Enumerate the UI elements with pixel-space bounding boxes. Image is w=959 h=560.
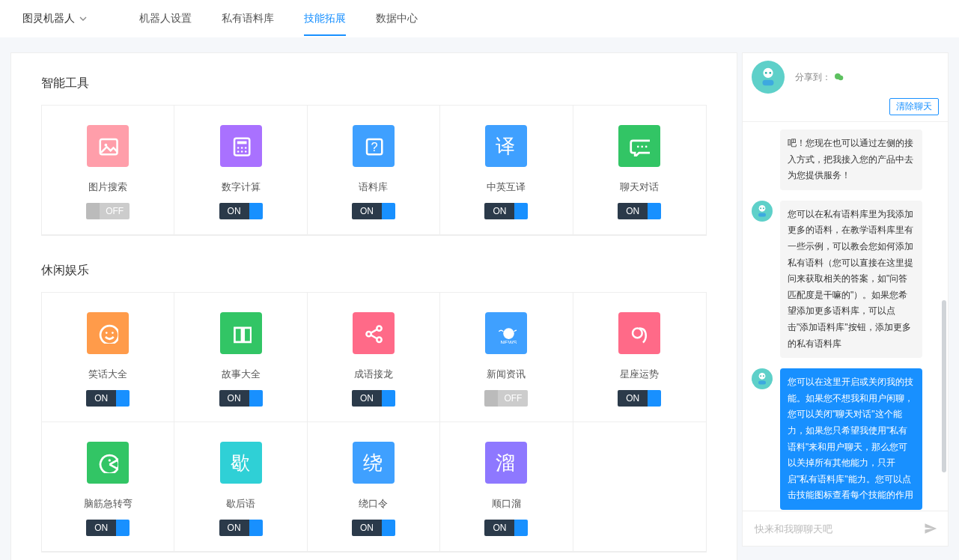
tongue2-icon: 溜: [485, 442, 527, 484]
chat-message: 吧！您现在也可以通过左侧的接入方式，把我接入您的产品中去为您提供服务！: [752, 130, 939, 190]
skill-card-news[interactable]: NEWS新闻资讯ONOFF: [440, 293, 573, 422]
svg-point-25: [109, 459, 111, 461]
clear-chat-button[interactable]: 清除聊天: [889, 98, 939, 115]
svg-point-39: [759, 373, 766, 380]
svg-point-40: [760, 375, 761, 377]
skill-toggle-tongue1[interactable]: ONOFF: [352, 520, 395, 536]
chat-bubble: 您可以在这里开启或关闭我的技能。如果您不想我和用户闲聊，您可以关闭"聊天对话"这…: [780, 368, 922, 510]
skill-toggle-translate[interactable]: ONOFF: [484, 203, 528, 219]
skill-card-xiehouyu[interactable]: 歇歇后语ONOFF: [174, 422, 307, 552]
chat-input[interactable]: [753, 523, 924, 535]
nav-item-机器人设置[interactable]: 机器人设置: [139, 1, 192, 36]
chat-scrollbar[interactable]: [942, 300, 946, 472]
idiom-icon: [353, 312, 395, 354]
svg-point-4: [237, 147, 239, 149]
skill-card-horoscope[interactable]: 星座运势ONOFF: [573, 293, 706, 422]
svg-rect-32: [763, 80, 774, 86]
skill-card-idiom[interactable]: 成语接龙ONOFF: [308, 293, 440, 422]
bot-avatar: [752, 61, 785, 94]
wechat-icon[interactable]: [834, 72, 844, 82]
top-bar: 图灵机器人 机器人设置私有语料库技能拓展数据中心: [0, 0, 959, 37]
grid-tools: 图片搜索ONOFF数字计算ONOFF?语料库ONOFF译中英互译ONOFF聊天对…: [41, 105, 707, 236]
svg-point-18: [112, 332, 114, 334]
nav-item-技能拓展[interactable]: 技能拓展: [304, 1, 346, 36]
news-icon: NEWS: [485, 312, 527, 354]
nav-item-数据中心[interactable]: 数据中心: [376, 1, 418, 36]
skill-toggle-image-search[interactable]: ONOFF: [86, 203, 130, 219]
skill-toggle-number-calc[interactable]: ONOFF: [219, 203, 263, 219]
svg-text:绕: 绕: [363, 452, 383, 473]
skill-card-translate[interactable]: 译中英互译ONOFF: [440, 106, 573, 235]
number-calc-icon: [220, 125, 262, 167]
image-search-icon: [87, 125, 129, 167]
svg-point-36: [760, 207, 761, 209]
skill-label: 聊天对话: [620, 180, 659, 194]
bot-mini-avatar: [752, 201, 773, 222]
chat-message: 您可以在私有语料库里为我添加更多的语料，在教学语料库里有一些示例，可以教会您如何…: [752, 201, 939, 358]
skill-label: 数字计算: [222, 180, 261, 194]
nav-item-私有语料库[interactable]: 私有语料库: [222, 1, 274, 36]
skill-card-stories[interactable]: 故事大全ONOFF: [174, 293, 307, 422]
jokes-icon: [87, 312, 129, 354]
tongue1-icon: 绕: [353, 442, 395, 484]
brand-switcher[interactable]: 图灵机器人: [22, 12, 87, 25]
chat-messages: 吧！您现在也可以通过左侧的接入方式，把我接入您的产品中去为您提供服务！您可以在私…: [743, 122, 948, 511]
svg-rect-3: [237, 141, 246, 144]
svg-point-14: [642, 146, 644, 148]
svg-point-34: [838, 76, 844, 81]
svg-point-24: [633, 329, 642, 338]
section-title-tools: 智能工具: [41, 76, 707, 91]
brain-icon: [87, 442, 129, 484]
skill-label: 新闻资讯: [487, 368, 526, 381]
skill-card-brain[interactable]: 脑筋急转弯ONOFF: [42, 422, 174, 552]
brand-label: 图灵机器人: [22, 12, 75, 25]
svg-point-17: [106, 332, 108, 334]
svg-point-8: [240, 150, 243, 153]
corpus-icon: ?: [353, 125, 395, 167]
svg-point-22: [504, 328, 515, 339]
skill-toggle-tongue2[interactable]: ONOFF: [484, 520, 528, 536]
svg-point-5: [240, 147, 243, 149]
skill-label: 绕口令: [359, 497, 388, 511]
skill-toggle-stories[interactable]: ONOFF: [219, 390, 263, 407]
skill-toggle-horoscope[interactable]: ONOFF: [618, 390, 661, 407]
skill-label: 语料库: [359, 180, 388, 194]
skill-toggle-xiehouyu[interactable]: ONOFF: [219, 520, 263, 536]
skill-label: 星座运势: [620, 368, 659, 381]
skill-toggle-idiom[interactable]: ONOFF: [352, 390, 395, 407]
chat-header: 分享到： 清除聊天: [743, 53, 948, 122]
skill-card-jokes[interactable]: 笑话大全ONOFF: [42, 293, 174, 422]
chevron-down-icon: [79, 15, 87, 22]
svg-point-37: [763, 207, 764, 209]
skill-card-tongue2[interactable]: 溜顺口溜ONOFF: [440, 422, 573, 552]
skill-toggle-news[interactable]: ONOFF: [484, 390, 528, 407]
send-icon[interactable]: [924, 522, 937, 535]
skill-toggle-chat[interactable]: ONOFF: [618, 203, 661, 219]
share-to: 分享到：: [795, 71, 844, 84]
svg-point-7: [237, 150, 239, 153]
main-nav: 机器人设置私有语料库技能拓展数据中心: [139, 1, 448, 36]
svg-point-9: [245, 150, 247, 153]
svg-point-13: [637, 146, 639, 148]
skill-card-chat[interactable]: 聊天对话ONOFF: [573, 106, 706, 235]
skill-label: 中英互译: [487, 180, 526, 194]
horoscope-icon: [618, 312, 660, 354]
svg-point-41: [763, 375, 764, 377]
translate-icon: 译: [485, 125, 527, 167]
share-label: 分享到：: [795, 71, 831, 84]
chat-icon: [618, 125, 660, 167]
skill-toggle-corpus[interactable]: ONOFF: [352, 203, 395, 219]
svg-text:歇: 歇: [231, 452, 250, 473]
svg-text:译: 译: [496, 136, 515, 156]
svg-point-30: [765, 72, 767, 74]
skill-card-corpus[interactable]: ?语料库ONOFF: [308, 106, 440, 235]
skill-label: 图片搜索: [88, 180, 127, 194]
chat-panel: 分享到： 清除聊天 吧！您现在也可以通过左侧的接入方式，把我接入您的产品中去为您…: [742, 52, 949, 547]
skill-toggle-brain[interactable]: ONOFF: [86, 520, 130, 536]
skill-toggle-jokes[interactable]: ONOFF: [86, 390, 130, 407]
skill-card-tongue1[interactable]: 绕绕口令ONOFF: [308, 422, 440, 552]
xiehouyu-icon: 歇: [220, 442, 262, 484]
skill-card-number-calc[interactable]: 数字计算ONOFF: [174, 106, 307, 235]
chat-input-bar: [743, 511, 948, 546]
skill-card-image-search[interactable]: 图片搜索ONOFF: [42, 106, 174, 235]
